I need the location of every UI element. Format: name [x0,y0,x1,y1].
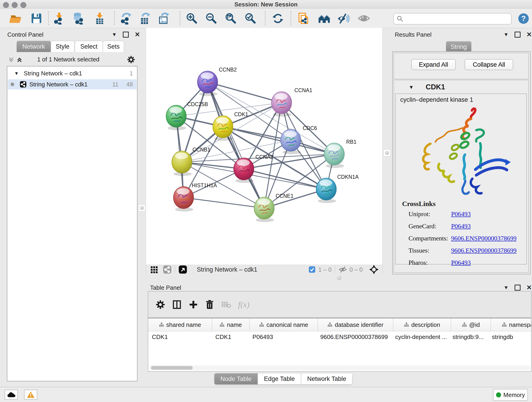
crosslink-link[interactable]: P06493 [451,259,471,266]
table-cell[interactable]: 9606.ENSP00000378699 [317,333,392,341]
hide-selected-button[interactable] [337,12,349,25]
import-table-file-button[interactable] [94,12,106,25]
network-node-CCNA1[interactable] [272,92,292,117]
crosslink-link[interactable]: P06493 [451,223,471,230]
memory-button[interactable]: Memory [493,389,528,401]
table-cell[interactable]: cyclin-dependent ... [392,333,449,341]
first-neighbors-button[interactable] [317,12,330,25]
horizontal-splitter-handle[interactable] [337,276,341,280]
gene-caret-icon[interactable]: ▼ [409,84,414,90]
column-header-@id[interactable]: @id [451,318,491,331]
crosslink-link[interactable]: 9606.ENSP00000378699 [451,247,516,254]
table-cell[interactable]: stringdb [488,333,532,341]
network-node-CDC25B[interactable] [166,105,186,130]
add-column-icon[interactable] [189,300,198,309]
crosslink-link[interactable]: P06493 [451,211,471,218]
column-header-description[interactable]: description [393,318,451,331]
zoom-in-button[interactable] [186,12,198,25]
network-edge-CDK1-RB1[interactable] [223,127,334,154]
table-cell[interactable]: CDK1 [148,333,212,341]
column-header-namespace[interactable]: namespace [491,318,532,331]
table-row[interactable]: CDK1CDK1P064939606.ENSP00000378699cyclin… [148,332,531,342]
zoom-out-button[interactable] [205,12,217,25]
panel-close-icon[interactable]: ✕ [526,32,532,37]
table-horizontal-scrollbar[interactable] [149,365,530,370]
zoom-selected-button[interactable] [244,12,257,25]
tab-select[interactable]: Select [75,41,103,52]
help-button[interactable]: ? [517,13,530,25]
network-canvas[interactable]: CCNB2CCNA1CDC25BCDK1CDC6RB1CCNB1CCNA2CDK… [146,28,383,265]
expand-all-chevrons-icon[interactable] [16,56,23,63]
network-edge-CCNB2-CCNA1[interactable] [208,82,282,103]
panel-menu-caret-icon[interactable]: ▼ [112,32,117,38]
panel-menu-caret-icon[interactable]: ▼ [504,285,509,291]
tab-network-table[interactable]: Network Table [301,373,353,385]
cloud-status-button[interactable] [5,390,18,400]
delete-column-icon[interactable] [205,300,214,309]
column-header-name[interactable]: name [212,318,250,331]
show-columns-icon[interactable] [172,300,182,309]
panel-close-icon[interactable]: ✕ [526,285,532,290]
pan-crosshair-icon[interactable] [369,265,379,274]
panel-float-icon[interactable] [515,285,520,291]
birdseye-view-icon[interactable] [178,265,187,274]
network-node-CCNB2[interactable] [197,71,218,96]
panel-float-icon[interactable] [515,32,520,38]
tab-style[interactable]: Style [51,41,74,52]
tab-node-table[interactable]: Node Table [214,373,258,385]
column-header-canonical-name[interactable]: canonical name [250,318,318,331]
column-header-shared-name[interactable]: shared name [148,318,212,331]
network-edge-CCNE1-HIST1H1A[interactable] [184,198,264,208]
network-edge-CCNB2-CCNE1[interactable] [208,82,264,208]
table-cell[interactable]: P06493 [249,333,317,341]
hidden-eye-slash-icon[interactable] [338,266,347,273]
expand-all-button[interactable]: Expand All [411,59,456,70]
zoom-fit-button[interactable] [225,12,237,25]
network-collection-row[interactable]: ▼ String Network – cdk1 1 [8,69,137,77]
scrollbar-thumb[interactable] [151,366,193,370]
network-node-RB1[interactable] [324,143,344,168]
export-network-button[interactable] [120,12,133,25]
panel-close-icon[interactable]: ✕ [135,32,140,37]
panel-float-icon[interactable] [123,32,129,38]
search-field[interactable] [393,13,512,25]
tab-sets[interactable]: Sets [103,41,124,52]
network-share-icon[interactable] [163,265,172,274]
network-row-selected[interactable]: String Network – cdk1 11 48 [8,79,137,89]
left-splitter-handle[interactable] [138,204,145,211]
export-table-button[interactable] [139,12,151,25]
network-graph[interactable]: CCNB2CCNA1CDC25BCDK1CDC6RB1CCNB1CCNA2CDK… [146,28,382,265]
toolbar-separator [48,11,49,25]
network-node-CCNE1[interactable] [254,197,274,222]
network-node-HIST1H1A[interactable] [173,186,194,211]
tab-edge-table[interactable]: Edge Table [258,373,301,385]
table-cell[interactable]: stringdb:9... [449,333,488,341]
export-image-button[interactable] [158,12,170,25]
tab-string[interactable]: String [446,41,472,52]
network-options-gear-icon[interactable] [127,56,135,64]
table-cell[interactable]: CDK1 [212,333,249,341]
column-header-database-identifier[interactable]: database identifier [318,318,393,331]
tab-network[interactable]: Network [17,41,51,52]
import-network-database-button[interactable] [73,12,85,25]
table-gear-icon[interactable] [156,300,165,309]
update-network-button[interactable] [272,12,284,25]
collection-caret-icon[interactable]: ▼ [14,71,19,76]
right-splitter-handle[interactable] [384,149,390,156]
network-node-CDKN1A[interactable] [316,178,336,203]
panel-menu-caret-icon[interactable]: ▼ [504,32,509,38]
import-network-file-button[interactable] [53,12,65,25]
save-session-button[interactable] [30,12,43,25]
network-node-CCNB1[interactable] [172,151,192,176]
show-all-button[interactable] [357,12,370,25]
crosslink-link[interactable]: 9606.ENSP00000378699 [451,235,516,242]
collapse-all-chevrons-icon[interactable] [8,56,15,63]
search-input[interactable] [404,15,511,23]
view-grid-icon[interactable] [150,265,158,274]
new-network-from-selection-button[interactable] [298,12,310,25]
open-session-button[interactable] [10,12,22,25]
selected-checkbox-icon[interactable] [309,266,316,273]
collapse-all-button[interactable]: Collapse All [465,59,513,70]
warning-status-button[interactable] [24,390,37,400]
import-table-icon [94,12,106,25]
